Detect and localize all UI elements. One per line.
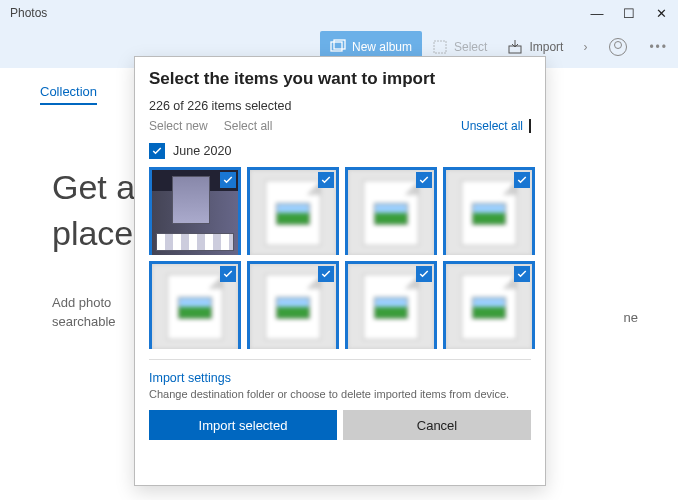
minimize-button[interactable]: — bbox=[590, 6, 604, 21]
window-title: Photos bbox=[10, 6, 590, 20]
thumbnail[interactable] bbox=[443, 261, 535, 349]
selected-check-icon bbox=[220, 172, 236, 188]
select-all-link[interactable]: Select all bbox=[224, 119, 273, 133]
background-text-right: ne bbox=[624, 310, 638, 325]
import-dialog: Select the items you want to import 226 … bbox=[134, 56, 546, 486]
unselect-all-link[interactable]: Unselect all bbox=[461, 119, 523, 133]
selected-check-icon bbox=[416, 172, 432, 188]
selected-check-icon bbox=[514, 266, 530, 282]
svg-rect-1 bbox=[334, 40, 345, 49]
profile-icon[interactable] bbox=[609, 38, 627, 56]
selection-controls: Select new Select all Unselect all bbox=[149, 119, 531, 133]
import-icon bbox=[507, 39, 523, 55]
tab-collection[interactable]: Collection bbox=[40, 84, 97, 105]
thumbnail[interactable] bbox=[149, 167, 241, 255]
selected-check-icon bbox=[416, 266, 432, 282]
selected-check-icon bbox=[220, 266, 236, 282]
thumbnail[interactable] bbox=[247, 261, 339, 349]
thumbnail-grid bbox=[149, 167, 531, 349]
import-settings-link[interactable]: Import settings bbox=[149, 371, 231, 385]
dialog-title: Select the items you want to import bbox=[149, 69, 531, 89]
selection-count: 226 of 226 items selected bbox=[149, 99, 531, 113]
select-new-link[interactable]: Select new bbox=[149, 119, 208, 133]
thumbnail[interactable] bbox=[345, 167, 437, 255]
svg-rect-2 bbox=[434, 41, 446, 53]
check-icon bbox=[151, 145, 163, 157]
import-selected-button[interactable]: Import selected bbox=[149, 410, 337, 440]
cancel-button[interactable]: Cancel bbox=[343, 410, 531, 440]
thumbnail[interactable] bbox=[149, 261, 241, 349]
date-group-checkbox[interactable] bbox=[149, 143, 165, 159]
close-button[interactable]: ✕ bbox=[654, 6, 668, 21]
thumbnail[interactable] bbox=[247, 167, 339, 255]
date-group-label: June 2020 bbox=[173, 144, 231, 158]
date-group-row[interactable]: June 2020 bbox=[149, 143, 531, 159]
new-album-icon bbox=[330, 39, 346, 55]
titlebar: Photos — ☐ ✕ bbox=[0, 0, 678, 26]
import-settings-help: Change destination folder or choose to d… bbox=[149, 388, 531, 400]
selected-check-icon bbox=[514, 172, 530, 188]
chevron-right-icon[interactable]: › bbox=[573, 40, 597, 54]
thumbnail[interactable] bbox=[345, 261, 437, 349]
select-label: Select bbox=[454, 40, 487, 54]
selected-check-icon bbox=[318, 172, 334, 188]
dialog-buttons: Import selected Cancel bbox=[149, 410, 531, 440]
new-album-label: New album bbox=[352, 40, 412, 54]
svg-rect-0 bbox=[331, 42, 342, 51]
thumbnail[interactable] bbox=[443, 167, 535, 255]
window-controls: — ☐ ✕ bbox=[590, 6, 668, 21]
select-icon bbox=[432, 39, 448, 55]
maximize-button[interactable]: ☐ bbox=[622, 6, 636, 21]
more-icon[interactable]: ••• bbox=[639, 40, 678, 54]
import-settings-section: Import settings Change destination folde… bbox=[149, 359, 531, 400]
selected-check-icon bbox=[318, 266, 334, 282]
import-label: Import bbox=[529, 40, 563, 54]
